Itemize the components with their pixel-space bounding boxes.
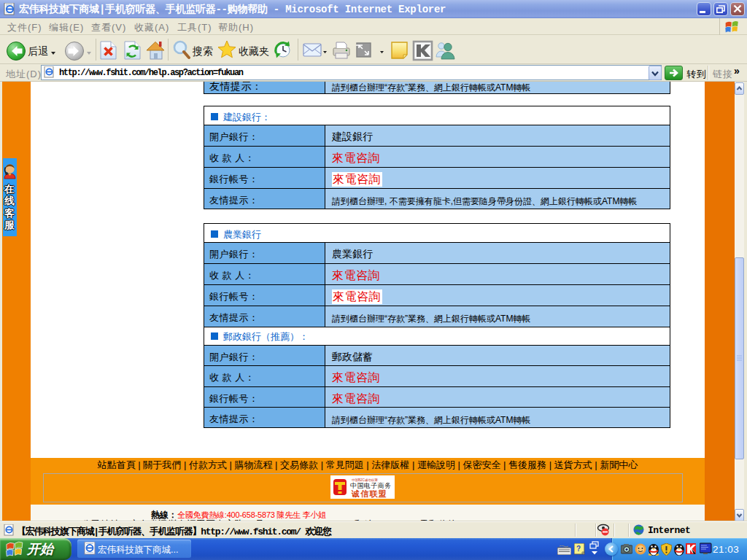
svg-text:中国电子商务: 中国电子商务 xyxy=(350,482,391,489)
svg-text:?: ? xyxy=(576,545,581,553)
svg-text:诚信联盟: 诚信联盟 xyxy=(351,489,387,498)
